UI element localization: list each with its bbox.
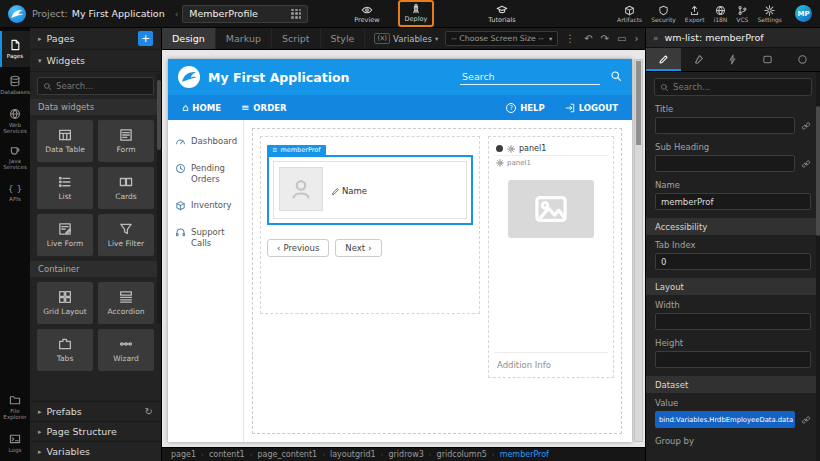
bind-link-icon[interactable] bbox=[801, 415, 811, 425]
bind-link-icon[interactable] bbox=[801, 121, 811, 131]
tab-design[interactable]: Design bbox=[162, 28, 216, 49]
breadcrumb-item-gridcolumn5[interactable]: gridcolumn5 bbox=[437, 450, 487, 459]
selected-widget-tag[interactable]: ≡ memberProf bbox=[267, 145, 326, 155]
list-item-name[interactable]: Name bbox=[331, 169, 367, 213]
widget-tile-live-form[interactable]: Live Form bbox=[37, 214, 93, 256]
rail-item-java-services[interactable]: Java Services bbox=[0, 139, 30, 175]
scrollbar-thumb[interactable] bbox=[157, 80, 161, 150]
layout-grid-row[interactable]: ≡ memberProf bbox=[252, 128, 622, 434]
widget-tile-list[interactable]: List bbox=[37, 167, 93, 209]
export-button[interactable]: Export bbox=[685, 5, 705, 23]
tab-styles[interactable] bbox=[681, 48, 716, 71]
app-search-input[interactable] bbox=[460, 69, 600, 85]
tab-script[interactable]: Script bbox=[272, 28, 321, 49]
deploy-button[interactable]: Deploy bbox=[398, 0, 435, 27]
grid-column-list[interactable]: ≡ memberProf bbox=[260, 136, 480, 314]
grid-menu-icon[interactable] bbox=[291, 9, 301, 19]
preview-button[interactable]: Preview bbox=[354, 4, 379, 24]
rail-item-databases[interactable]: Databases bbox=[0, 67, 30, 103]
vcs-button[interactable]: VCS bbox=[736, 5, 748, 23]
widget-tile-tabs[interactable]: Tabs bbox=[37, 329, 93, 371]
refresh-icon[interactable]: ↻ bbox=[145, 406, 153, 417]
drag-handle-icon[interactable] bbox=[496, 145, 503, 152]
width-input[interactable] bbox=[655, 313, 811, 330]
breadcrumb-item-page1[interactable]: page1 bbox=[171, 450, 196, 459]
widget-tile-data-table[interactable]: Data Table bbox=[37, 120, 93, 162]
breadcrumb-item-memberprof[interactable]: memberProf bbox=[500, 450, 549, 459]
scrollbar-thumb[interactable] bbox=[816, 106, 820, 236]
pages-section-header[interactable]: ▸ Pages + bbox=[30, 28, 161, 50]
nav-item-order[interactable]: ≡ ORDER bbox=[231, 95, 297, 120]
bind-link-icon[interactable] bbox=[801, 159, 811, 169]
widget-tile-accordion[interactable]: Accordion bbox=[98, 282, 154, 324]
rail-item-apis[interactable]: { } APIs bbox=[0, 175, 30, 211]
nav-item-home[interactable]: ⌂ HOME bbox=[172, 95, 231, 120]
properties-search-input[interactable] bbox=[673, 82, 806, 92]
search-icon[interactable] bbox=[610, 70, 622, 82]
widget-tile-form[interactable]: Form bbox=[98, 120, 154, 162]
i18n-button[interactable]: i18N bbox=[713, 5, 727, 23]
widget-tile-grid-layout[interactable]: Grid Layout bbox=[37, 282, 93, 324]
variables-section-header[interactable]: ▸ Variables bbox=[30, 441, 161, 461]
rail-item-file-explorer[interactable]: File Explorer bbox=[0, 389, 30, 425]
widget-tile-cards[interactable]: Cards bbox=[98, 167, 154, 209]
tab-style[interactable]: Style bbox=[321, 28, 366, 49]
rail-item-pages[interactable]: Pages bbox=[0, 31, 30, 67]
device-preview-icon[interactable]: ▭ bbox=[617, 34, 626, 44]
widgets-section-header[interactable]: ▾ Widgets bbox=[30, 50, 161, 72]
sub-heading-input[interactable] bbox=[655, 155, 795, 172]
panel-header[interactable]: panel1 bbox=[494, 142, 608, 156]
add-page-button[interactable]: + bbox=[138, 31, 153, 46]
menu-item-pending-orders[interactable]: Pending Orders bbox=[168, 155, 243, 192]
page-structure-section-header[interactable]: ▸ Page Structure bbox=[30, 421, 161, 441]
breadcrumb-item-layoutgrid1[interactable]: layoutgrid1 bbox=[330, 450, 376, 459]
breadcrumb-item-content1[interactable]: content1 bbox=[209, 450, 245, 459]
tab-security[interactable] bbox=[785, 48, 820, 71]
user-avatar[interactable]: MP bbox=[795, 5, 812, 22]
chevron-left-icon[interactable]: ‹ bbox=[175, 9, 179, 19]
member-list-widget[interactable]: Name bbox=[267, 155, 473, 225]
variables-button[interactable]: (x) Variables ▾ bbox=[374, 33, 438, 44]
screen-size-select[interactable]: -- Choose Screen Size -- ▾ bbox=[445, 31, 558, 46]
tab-properties[interactable] bbox=[646, 48, 681, 71]
image-placeholder[interactable] bbox=[508, 180, 594, 238]
redo-icon[interactable]: ↷ bbox=[601, 34, 609, 44]
widget-search-input[interactable] bbox=[56, 81, 148, 91]
rail-item-web-services[interactable]: Web Services bbox=[0, 103, 30, 139]
title-input[interactable] bbox=[655, 117, 795, 134]
rail-item-logs[interactable]: Logs bbox=[0, 425, 30, 461]
properties-scrollbar[interactable] bbox=[816, 72, 820, 461]
chevron-right-icon[interactable]: › bbox=[634, 34, 638, 44]
undo-icon[interactable]: ↶ bbox=[584, 34, 592, 44]
canvas-scrollbar[interactable] bbox=[634, 59, 643, 442]
next-page-button[interactable]: Next › bbox=[335, 239, 381, 257]
scrollbar-thumb[interactable] bbox=[636, 61, 641, 145]
breadcrumb-item-gridrow3[interactable]: gridrow3 bbox=[388, 450, 423, 459]
list-item[interactable]: Name bbox=[273, 161, 467, 219]
artifacts-button[interactable]: Artifacts bbox=[617, 5, 642, 23]
breadcrumb-item-page-content1[interactable]: page_content1 bbox=[257, 450, 317, 459]
previous-page-button[interactable]: ‹ Previous bbox=[267, 239, 329, 257]
menu-item-dashboard[interactable]: Dashboard bbox=[168, 128, 243, 155]
height-input[interactable] bbox=[655, 351, 811, 368]
menu-item-inventory[interactable]: Inventory bbox=[168, 192, 243, 219]
collapse-panel-icon[interactable]: » bbox=[653, 33, 659, 43]
widget-tile-wizard[interactable]: Wizard bbox=[98, 329, 154, 371]
tab-index-input[interactable] bbox=[655, 253, 811, 270]
name-input[interactable] bbox=[655, 193, 811, 210]
kebab-menu-icon[interactable]: ⋮ bbox=[565, 33, 575, 44]
security-button[interactable]: Security bbox=[651, 5, 676, 23]
prefabs-section-header[interactable]: ▸ Prefabs ↻ bbox=[30, 401, 161, 421]
widget-tile-live-filter[interactable]: Live Filter bbox=[98, 214, 154, 256]
nav-item-help[interactable]: ? HELP bbox=[496, 95, 555, 120]
menu-item-support-calls[interactable]: Support Calls bbox=[168, 219, 243, 256]
tab-events[interactable] bbox=[716, 48, 751, 71]
left-panel-scrollbar[interactable] bbox=[157, 74, 161, 324]
value-binding[interactable]: bind:Variables.HrdbEmployeeData.data bbox=[655, 411, 795, 428]
settings-button[interactable]: Settings bbox=[757, 5, 782, 23]
tutorials-button[interactable]: Tutorials bbox=[488, 4, 515, 24]
panel-widget[interactable]: panel1 panel1 Addition Info bbox=[488, 136, 614, 378]
tab-markup[interactable]: Markup bbox=[216, 28, 272, 49]
tab-layout[interactable] bbox=[750, 48, 785, 71]
page-tab-memberprofile[interactable]: MemberProfile bbox=[182, 5, 308, 23]
